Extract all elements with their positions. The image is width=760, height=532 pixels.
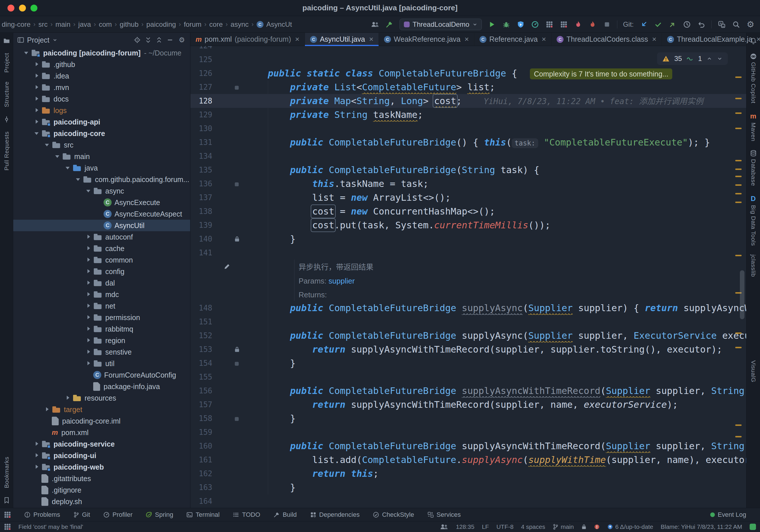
tree-item-github[interactable]: .github (13, 59, 190, 70)
tree-chevron-icon[interactable] (85, 188, 92, 195)
git-sync-status[interactable]: 6 Δ/up-to-date (607, 523, 653, 530)
code-line[interactable]: 155 (190, 370, 746, 384)
tree-chevron-icon[interactable] (33, 61, 40, 68)
code-line[interactable]: 152 public CompletableFutureBridge suppl… (190, 329, 746, 342)
breadcrumb-item-com[interactable]: com (99, 21, 112, 28)
code-line[interactable]: 134 (190, 149, 746, 163)
stop-button[interactable] (603, 19, 611, 30)
collapse-all-button[interactable] (156, 36, 163, 43)
code-line[interactable]: 156 public CompletableFutureBridge suppl… (190, 384, 746, 398)
git-push-button[interactable] (668, 19, 677, 30)
close-tab-icon[interactable]: × (757, 35, 760, 44)
build-project-button[interactable] (385, 19, 394, 30)
breadcrumb-item-forum[interactable]: forum (184, 21, 201, 28)
collab-users[interactable] (440, 523, 449, 531)
tool-button-checkstyle[interactable]: CheckStyle (373, 511, 414, 518)
tool-window-switcher-icon[interactable] (4, 511, 11, 518)
tool-stripe-project[interactable]: Project (3, 53, 10, 73)
git-branch[interactable]: main (552, 523, 574, 530)
tab-threadlocalexample-ja[interactable]: CThreadLocalExample.ja× (662, 33, 760, 46)
code-editor[interactable]: 124125126 public static class Completabl… (190, 46, 746, 508)
tree-chevron-icon[interactable] (33, 72, 40, 79)
expand-all-button[interactable] (145, 36, 152, 43)
tree-chevron-icon[interactable] (44, 406, 51, 413)
git-commit-button[interactable] (654, 19, 662, 30)
tree-chevron-icon[interactable] (85, 360, 92, 367)
tree-chevron-icon[interactable] (85, 256, 92, 263)
chevron-down-icon[interactable] (52, 37, 58, 43)
hide-panel-button[interactable] (166, 36, 173, 43)
tree-item-async[interactable]: async (13, 185, 190, 197)
settings-button[interactable]: ⚙ (746, 19, 755, 30)
tree-chevron-icon[interactable] (54, 153, 61, 160)
tool-stripe-database[interactable]: Database (750, 150, 757, 186)
tree-item-target[interactable]: target (13, 404, 190, 415)
tool-stripe-visualg[interactable]: VisualG (750, 360, 757, 382)
run-button[interactable] (488, 19, 496, 30)
code-line[interactable]: 148 public CompletableFutureBridge suppl… (190, 301, 746, 315)
git-update-button[interactable] (640, 19, 648, 30)
tree-item-config[interactable]: config (13, 266, 190, 277)
tree-item-senstive[interactable]: senstive (13, 346, 190, 358)
tool-stripe-bookmarks[interactable]: Bookmarks (3, 457, 10, 488)
tree-item-paicoding-ui[interactable]: paicoding-ui (13, 450, 190, 461)
tab-weakreference-java[interactable]: CWeakReference.java× (379, 33, 474, 46)
tool-stripe-github-copilot[interactable]: GitHub Copilot (750, 53, 757, 104)
tree-chevron-icon[interactable] (65, 164, 71, 171)
tree-chevron-icon[interactable] (33, 107, 40, 114)
zoom-window-button[interactable] (30, 5, 37, 12)
code-line[interactable]: 160 public CompletableFutureBridge suppl… (190, 439, 746, 453)
tree-item-paicoding-core-iml[interactable]: paicoding-core.iml (13, 415, 190, 427)
attach-profiler-button[interactable] (559, 19, 568, 30)
code-line[interactable]: 158 } (190, 412, 746, 425)
prev-issue-icon[interactable] (706, 56, 712, 62)
run-with-coverage-button[interactable] (516, 19, 525, 30)
tool-stripe-big-data-tools[interactable]: DBig Data Tools (750, 195, 757, 246)
tool-button-profiler[interactable]: Profiler (103, 511, 133, 518)
doc-line[interactable]: 异步执行，带返回结果 (190, 260, 746, 274)
tree-chevron-icon[interactable] (33, 118, 40, 125)
code-line[interactable]: 137 list = new ArrayList<>(); (190, 191, 746, 204)
tree-item-asyncutil[interactable]: CAsyncUtil (13, 220, 190, 231)
breadcrumb-item-ding-core[interactable]: ding-core (2, 21, 30, 28)
code-line[interactable]: 128 private Map<String, Long> cost;YiHui… (190, 94, 746, 108)
code-line[interactable]: 135 public CompletableFutureBridge(Strin… (190, 163, 746, 177)
history-button[interactable] (683, 19, 691, 30)
code-line[interactable]: 136 this.taskName = task; (190, 177, 746, 191)
tree-item-asyncexecute[interactable]: CAsyncExecute (13, 197, 190, 208)
tree-chevron-icon[interactable] (85, 280, 92, 287)
code-line[interactable]: 140 } (190, 232, 746, 246)
tool-button-services[interactable]: Services (427, 511, 461, 518)
tree-chevron-icon[interactable] (33, 96, 40, 102)
tree-item-paicoding-core[interactable]: paicoding-core (13, 128, 190, 139)
tab-asyncutil-java[interactable]: CAsyncUtil.java× (305, 33, 379, 46)
close-tab-icon[interactable]: × (652, 35, 656, 44)
doc-line[interactable]: Params: supplier (190, 274, 746, 287)
doc-line[interactable]: Returns: (190, 287, 746, 301)
tool-stripe-maven[interactable]: mMaven (750, 112, 757, 142)
tree-item-region[interactable]: region (13, 335, 190, 346)
tree-item-forumcoreautoconfig[interactable]: CForumCoreAutoConfig (13, 369, 190, 381)
tree-item-dal[interactable]: dal (13, 277, 190, 289)
profiler-grid-button[interactable] (545, 19, 554, 30)
tree-item-cache[interactable]: cache (13, 243, 190, 254)
tool-button-git[interactable]: Git (73, 511, 90, 518)
tree-item-rabbitmq[interactable]: rabbitmq (13, 323, 190, 335)
close-tab-icon[interactable]: × (542, 35, 546, 44)
tree-chevron-icon[interactable] (85, 234, 92, 241)
code-line[interactable]: 131 public CompletableFutureBridge() { t… (190, 135, 746, 149)
breadcrumb-item-core[interactable]: core (210, 21, 223, 28)
breadcrumb-item-java[interactable]: java (78, 21, 91, 28)
blame-info[interactable]: Blame: YiHui 7/8/23, 11:22 AM (661, 523, 742, 530)
tree-item-package-info-java[interactable]: package-info.java (13, 381, 190, 392)
code-line[interactable]: 130 (190, 122, 746, 135)
close-tab-icon[interactable]: × (464, 35, 469, 44)
breadcrumb-item-main[interactable]: main (56, 21, 71, 28)
collab-users-button[interactable] (371, 19, 379, 30)
tree-chevron-icon[interactable] (33, 464, 40, 470)
tool-button-event-log[interactable]: Event Log (710, 511, 746, 518)
tree-item-logs[interactable]: logs (13, 105, 190, 116)
tree-chevron-icon[interactable] (85, 302, 92, 309)
tree-item-net[interactable]: net (13, 300, 190, 312)
async-profiler-button[interactable] (588, 19, 597, 30)
